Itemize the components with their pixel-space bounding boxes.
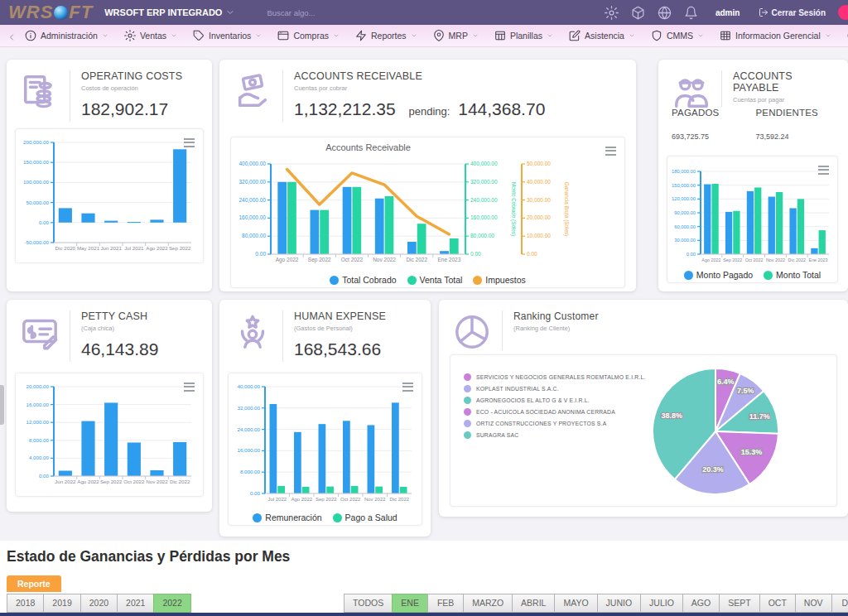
chevron-down-icon: [472, 32, 479, 39]
nav-item-administracion[interactable]: Administración: [25, 30, 108, 41]
legend-label: KOPLAST INDUSTRIAL S.A.C.: [476, 386, 559, 392]
svg-text:Ago 2022: Ago 2022: [291, 497, 312, 502]
legend-item[interactable]: Venta Total: [407, 275, 463, 285]
svg-text:0.00: 0.00: [39, 219, 50, 225]
ranking-customer-icon: [450, 310, 494, 354]
month-tab-julio[interactable]: JULIO: [640, 594, 683, 613]
globe-icon[interactable]: [658, 6, 672, 20]
chevron-left-icon[interactable]: [7, 31, 17, 41]
username[interactable]: admin: [716, 8, 740, 17]
svg-text:Nov 2022: Nov 2022: [373, 257, 396, 262]
nav-item-asistencia[interactable]: Asistencia: [569, 30, 635, 41]
svg-text:Nov 2022: Nov 2022: [766, 257, 785, 262]
svg-text:0.00: 0.00: [687, 252, 696, 257]
nav-item-mrp[interactable]: MRP: [433, 30, 479, 41]
legend-item[interactable]: ORTIZ CONSTRUCCIONES Y PROYECTOS S.A: [464, 420, 646, 427]
svg-text:11.7%: 11.7%: [749, 412, 770, 421]
legend-item[interactable]: ECO - ACUICOLA SOCIEDAD ANONIMA CERRADA: [464, 408, 646, 416]
month-tab-ago[interactable]: AGO: [682, 594, 720, 613]
svg-text:Sep 2022: Sep 2022: [723, 257, 742, 262]
month-tab-nov[interactable]: NOV: [795, 594, 832, 613]
report-button[interactable]: Reporte: [7, 575, 61, 592]
month-tab-ene[interactable]: ENE: [392, 594, 428, 613]
settings-gear-icon[interactable]: [605, 6, 619, 20]
svg-text:160,000.00: 160,000.00: [238, 214, 266, 220]
svg-text:24,000.00: 24,000.00: [237, 426, 260, 432]
month-tab-mayo[interactable]: MAYO: [554, 594, 597, 613]
chart-menu-icon[interactable]: [605, 144, 616, 157]
svg-text:180,000.00: 180,000.00: [672, 169, 696, 174]
legend-item[interactable]: AGRONEGOCIOS EL ALTO G & V E.I.R.L.: [464, 397, 646, 404]
nav-item-compras[interactable]: Compras: [277, 30, 340, 41]
card-subtitle: (Caja chica): [81, 325, 158, 332]
month-tab-oct[interactable]: OCT: [759, 594, 796, 613]
year-tab-2021[interactable]: 2021: [117, 594, 154, 613]
month-tab-dic[interactable]: DIC: [831, 594, 848, 613]
year-tab-2018[interactable]: 2018: [7, 594, 44, 613]
dashboard-page: WRSFT WRSOFT ERP INTEGRADO admin Cerrar …: [0, 0, 848, 616]
year-tab-2020[interactable]: 2020: [80, 594, 118, 613]
chart-menu-icon[interactable]: [184, 136, 195, 149]
bottom-accent-bar: [0, 613, 848, 616]
svg-text:Oct 2022: Oct 2022: [340, 497, 361, 502]
year-tab-2019[interactable]: 2019: [43, 594, 80, 613]
chart-menu-icon[interactable]: [402, 380, 413, 393]
legend-item[interactable]: SURAGRA SAC: [464, 431, 646, 439]
header-actions: admin Cerrar Sesión: [605, 5, 840, 20]
card-title: PETTY CASH: [81, 310, 158, 322]
nav-item-informacion-gerencial[interactable]: Informacion Gerencial: [720, 30, 831, 41]
human-expense-chart: 0.008,000.0016,000.0024,000.0032,000.004…: [228, 373, 422, 526]
legend-item[interactable]: Impuestos: [473, 275, 525, 285]
chevron-down-icon: [629, 32, 635, 39]
chart-menu-icon[interactable]: [818, 163, 829, 176]
svg-text:60,000.00: 60,000.00: [674, 224, 696, 229]
nav-item-ventas[interactable]: Ventas: [124, 30, 177, 41]
notifications-bell-icon[interactable]: [684, 6, 698, 20]
accounts-payable-chart: 0.0030,000.0060,000.0090,000.00120,000.0…: [667, 156, 838, 283]
svg-text:0.00: 0.00: [255, 251, 266, 257]
svg-text:7.5%: 7.5%: [737, 387, 754, 395]
legend-item[interactable]: Monto Total: [764, 270, 821, 280]
svg-text:30,000.00: 30,000.00: [527, 197, 551, 203]
nav-item-label: Inventarios: [209, 31, 251, 41]
nav-item-label: Reportes: [371, 31, 407, 41]
modules-cube-icon[interactable]: [631, 6, 645, 20]
operating-costs-card: OPERATING COSTS Costos de operación 182,…: [7, 60, 212, 291]
legend-dot: [464, 408, 471, 416]
svg-text:Nov 2022: Nov 2022: [364, 497, 386, 502]
grid-icon: [720, 30, 731, 41]
nav-item-cmms[interactable]: CMMS: [651, 30, 704, 41]
svg-text:40,000.00: 40,000.00: [527, 179, 551, 185]
legend-item[interactable]: Pago a Salud: [333, 513, 398, 522]
month-tab-feb[interactable]: FEB: [427, 594, 464, 613]
legend-item[interactable]: SERVICIOS Y NEGOCIOS GENERALES ROEMTALMO…: [464, 373, 646, 381]
nav-item-planillas[interactable]: Planillas: [494, 30, 553, 41]
avatar[interactable]: [838, 5, 848, 20]
legend-item[interactable]: Monto Pagado: [684, 270, 753, 280]
legend-item[interactable]: Total Cobrado: [330, 275, 396, 285]
year-tab-2022[interactable]: 2022: [153, 594, 190, 613]
month-tab-sept[interactable]: SEPT: [719, 594, 759, 613]
month-tab-marzo[interactable]: MARZO: [463, 594, 513, 613]
svg-text:Jun 2022: Jun 2022: [55, 479, 76, 484]
chart-menu-icon[interactable]: [184, 380, 195, 393]
nav-item-reportes[interactable]: Reportes: [355, 30, 417, 41]
svg-text:-50,000.00: -50,000.00: [24, 239, 49, 245]
svg-text:20,000.00: 20,000.00: [527, 214, 551, 220]
app-title-dropdown[interactable]: WRSOFT ERP INTEGRADO: [104, 7, 235, 17]
legend-dot: [464, 431, 471, 439]
chart-legend: RemuneraciónPago a Salud: [229, 513, 422, 522]
svg-text:240,000.00: 240,000.00: [238, 197, 266, 203]
month-tab-abril[interactable]: ABRIL: [512, 594, 555, 613]
legend-item[interactable]: Remuneración: [253, 513, 321, 522]
left-scroll-handle[interactable]: [0, 385, 4, 425]
svg-text:240,000.00: 240,000.00: [470, 197, 498, 203]
legend-item[interactable]: KOPLAST INDUSTRIAL S.A.C.: [464, 385, 646, 392]
month-tab-todos[interactable]: TODOS: [344, 594, 393, 613]
month-tab-junio[interactable]: JUNIO: [597, 594, 642, 613]
logout-button[interactable]: Cerrar Sesión: [759, 7, 826, 17]
svg-text:80,000.00: 80,000.00: [470, 233, 494, 238]
nav-item-inventarios[interactable]: Inventarios: [193, 30, 262, 41]
search-input[interactable]: [267, 8, 383, 17]
nav-item-label: Administración: [41, 31, 98, 41]
